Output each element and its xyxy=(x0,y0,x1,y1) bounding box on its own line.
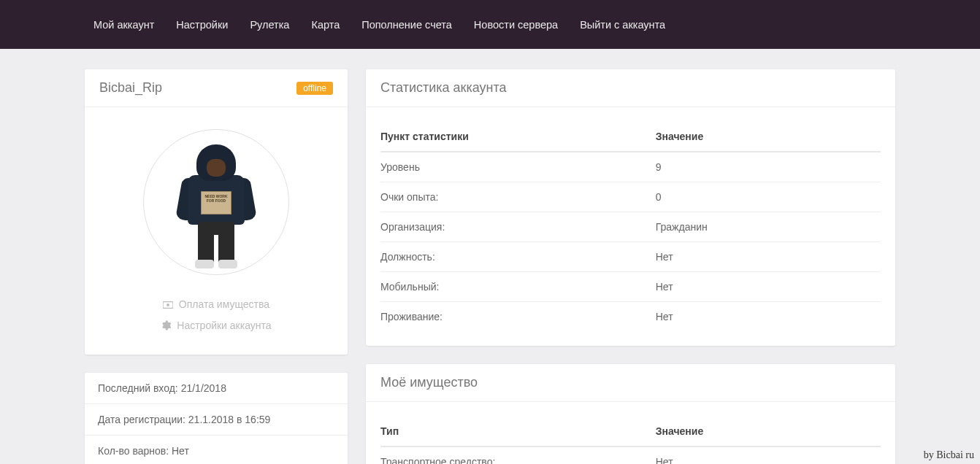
property-label: Транспортное средство: xyxy=(380,446,656,464)
main-container: Bicbai_Rip offline NEED WORK FOR FOOD xyxy=(77,49,903,464)
money-icon xyxy=(163,299,173,311)
profile-links: Оплата имущества Настройки аккаунта xyxy=(99,290,333,340)
stat-value: Гражданин xyxy=(656,212,881,242)
stat-label: Организация: xyxy=(380,212,656,242)
nav-roulette[interactable]: Рулетка xyxy=(241,12,298,38)
info-last-login: Последний вход: 21/1/2018 xyxy=(85,373,348,404)
stat-label: Очки опыта: xyxy=(380,182,656,212)
link-pay-property[interactable]: Оплата имущества xyxy=(99,294,333,315)
profile-username: Bicbai_Rip xyxy=(99,80,162,96)
nav-settings[interactable]: Настройки xyxy=(167,12,237,38)
stats-col-value: Значение xyxy=(656,122,881,152)
left-column: Bicbai_Rip offline NEED WORK FOR FOOD xyxy=(85,69,348,464)
avatar-sign: NEED WORK FOR FOOD xyxy=(201,191,231,214)
right-column: Статистика аккаунта Пункт статистики Зна… xyxy=(366,69,895,464)
stats-header: Статистика аккаунта xyxy=(366,69,895,107)
link-account-settings[interactable]: Настройки аккаунта xyxy=(99,315,333,337)
nav-inner: Мой аккаунт Настройки Рулетка Карта Попо… xyxy=(77,12,903,38)
property-value: Нет xyxy=(656,446,881,464)
table-row: Организация:Гражданин xyxy=(380,212,881,242)
profile-body: NEED WORK FOR FOOD Оплата имуществ xyxy=(85,107,348,355)
property-panel: Моё имущество Тип Значение Транспортное … xyxy=(366,364,895,464)
stats-col-label: Пункт статистики xyxy=(380,122,656,152)
link-pay-property-label: Оплата имущества xyxy=(179,298,269,310)
link-account-settings-label: Настройки аккаунта xyxy=(177,320,271,331)
property-col-value: Значение xyxy=(656,417,881,446)
info-list: Последний вход: 21/1/2018 Дата регистрац… xyxy=(85,373,348,464)
nav-topup[interactable]: Пополнение счета xyxy=(353,12,461,38)
stat-value: Нет xyxy=(656,272,881,302)
stats-table: Пункт статистики Значение Уровень9 Очки … xyxy=(380,122,881,331)
stat-value: 9 xyxy=(656,152,881,182)
table-row: Мобильный:Нет xyxy=(380,272,881,302)
property-body: Тип Значение Транспортное средство:Нет xyxy=(366,402,895,464)
top-navbar: Мой аккаунт Настройки Рулетка Карта Попо… xyxy=(0,0,980,49)
nav-logout[interactable]: Выйти с аккаунта xyxy=(571,12,674,38)
stats-body: Пункт статистики Значение Уровень9 Очки … xyxy=(366,107,895,346)
stat-value: Нет xyxy=(656,302,881,332)
gear-icon xyxy=(161,320,171,333)
stat-label: Уровень xyxy=(380,152,656,182)
stat-label: Проживание: xyxy=(380,302,656,332)
stat-value: 0 xyxy=(656,182,881,212)
status-badge: offline xyxy=(296,82,333,95)
stats-title: Статистика аккаунта xyxy=(380,80,507,96)
table-row: Очки опыта:0 xyxy=(380,182,881,212)
nav-map[interactable]: Карта xyxy=(302,12,348,38)
property-col-label: Тип xyxy=(380,417,656,446)
property-title: Моё имущество xyxy=(380,375,478,390)
stat-label: Мобильный: xyxy=(380,272,656,302)
stat-label: Должность: xyxy=(380,242,656,272)
watermark: by Bicbai ru xyxy=(924,449,974,461)
info-reg-date: Дата регистрации: 21.1.2018 в 16:59 xyxy=(85,404,348,436)
avatar-wrap: NEED WORK FOR FOOD xyxy=(99,122,333,290)
table-row: Уровень9 xyxy=(380,152,881,182)
info-warns: Кол-во варнов: Нет xyxy=(85,436,348,464)
svg-point-1 xyxy=(166,303,169,306)
table-row: Должность:Нет xyxy=(380,242,881,272)
table-row: Проживание:Нет xyxy=(380,302,881,332)
nav-server-news[interactable]: Новости сервера xyxy=(465,12,567,38)
profile-panel: Bicbai_Rip offline NEED WORK FOR FOOD xyxy=(85,69,348,355)
avatar-character-icon: NEED WORK FOR FOOD xyxy=(176,140,256,275)
property-table: Тип Значение Транспортное средство:Нет xyxy=(380,417,881,464)
property-header: Моё имущество xyxy=(366,364,895,402)
stat-value: Нет xyxy=(656,242,881,272)
nav-my-account[interactable]: Мой аккаунт xyxy=(85,12,163,38)
avatar: NEED WORK FOR FOOD xyxy=(143,129,289,275)
table-row: Транспортное средство:Нет xyxy=(380,446,881,464)
stats-panel: Статистика аккаунта Пункт статистики Зна… xyxy=(366,69,895,346)
profile-header: Bicbai_Rip offline xyxy=(85,69,348,107)
